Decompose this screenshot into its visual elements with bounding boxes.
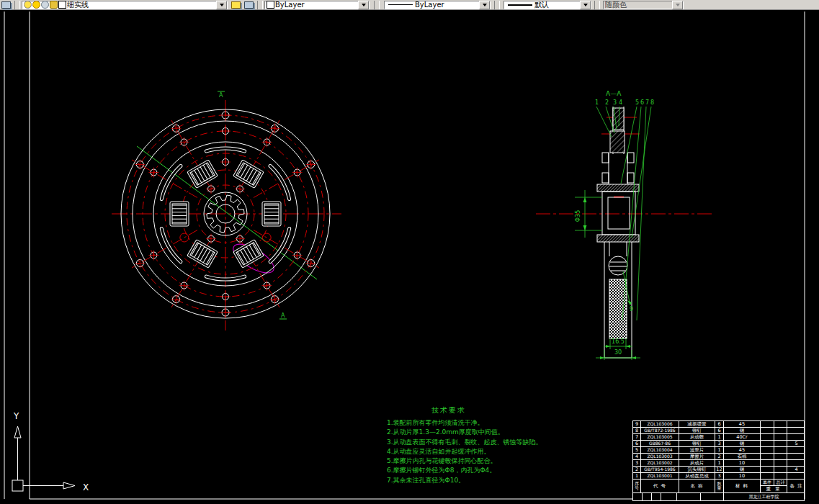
cushion-slot: [161, 228, 181, 261]
properties-toolbar: 细实线 ByLayer ByLayer 默认 随颜色: [0, 0, 819, 10]
footer-org-cell: 黑龙江工程学院: [724, 493, 804, 500]
bom-cell-name: 从动盘总成: [679, 473, 715, 479]
bom-cell-material: 10: [724, 460, 761, 466]
footer-cell: [643, 493, 652, 500]
toolbar-separator: [257, 1, 263, 9]
spline-tooth: [602, 173, 609, 183]
bom-cell-no: 3: [633, 460, 641, 466]
table-row: 9ZQL103006减振弹簧645: [633, 421, 804, 428]
note-line: 3.从动盘表面不得有毛刺、裂纹、起皮、锈蚀等缺陷。: [387, 438, 625, 447]
rivet-red: [180, 233, 189, 242]
footer-cell: [652, 493, 661, 500]
layer-on-icon[interactable]: [24, 1, 32, 9]
lineweight-control[interactable]: 默认: [504, 1, 591, 9]
ucs-y-label: Y: [13, 411, 19, 421]
bom-cell-note: [787, 428, 805, 433]
layer-lock-icon[interactable]: [50, 1, 58, 9]
bom-cell-code: ZQL103003: [641, 454, 679, 459]
table-row: 1ZQL103001从动盘总成310: [633, 473, 804, 480]
bom-header-no: 序号: [633, 480, 641, 492]
balloon-8: 8: [650, 99, 654, 106]
spring-window: [233, 240, 264, 269]
toolbar-separator: [594, 1, 600, 9]
notes-title: 技术要求: [431, 405, 625, 415]
bom-cell-material: 石棉: [724, 454, 761, 459]
balloon-4: 4: [619, 99, 622, 106]
bom-cell-ws: [761, 447, 774, 453]
shaft-hatch: [613, 108, 624, 130]
bom-cell-qty: 3: [715, 473, 724, 479]
layer-vp-freeze-icon[interactable]: [41, 1, 49, 9]
cushion-slot: [161, 166, 181, 199]
layer-previous-icon[interactable]: [243, 1, 255, 9]
bom-cell-material: 钢: [724, 467, 761, 472]
layer-freeze-icon[interactable]: [32, 1, 40, 9]
bom-cell-note: 4: [787, 467, 805, 472]
shaft-crosshatch: [609, 279, 627, 338]
note-line: 1.装配前所有零件均须清洗干净。: [387, 418, 625, 428]
linetype-sample-icon: [388, 4, 413, 5]
lineweight-dropdown-arrow[interactable]: [580, 1, 591, 9]
bom-rows: 9ZQL103006减振弹簧6458GB/T872-1986铆钉6钢7ZQL10…: [633, 421, 804, 480]
table-row: 7ZQL103005从动毂140Cr: [633, 434, 804, 441]
linetype-value: ByLayer: [415, 1, 478, 9]
flange-hatch: [597, 235, 639, 242]
flange-hatch: [597, 184, 639, 192]
bom-cell-qty: 6: [715, 421, 724, 427]
layer-control[interactable]: 细实线: [22, 1, 228, 9]
note-line: 2.从动片厚1.3—2.0mm厚度取中间值。: [387, 428, 625, 437]
bom-cell-name: 从动片: [679, 460, 715, 466]
color-control[interactable]: ByLayer: [264, 1, 370, 9]
layer-dropdown-arrow[interactable]: [216, 1, 227, 9]
cad-application-window: 细实线 ByLayer ByLayer 默认 随颜色: [0, 0, 819, 504]
drawing-canvas[interactable]: A A: [0, 12, 819, 500]
linetype-dropdown-arrow[interactable]: [479, 1, 490, 9]
bom-cell-code: ZQL103006: [641, 421, 679, 427]
bom-cell-note: [787, 473, 805, 479]
bom-cell-material: 45: [724, 421, 761, 427]
bom-cell-qty: 2: [715, 454, 724, 459]
lineweight-value: 默认: [534, 1, 578, 9]
toolbar-separator: [494, 1, 500, 9]
layer-properties-icon[interactable]: [231, 1, 242, 9]
lineweight-sample-icon: [508, 4, 532, 6]
bom-cell-no: 9: [633, 421, 641, 427]
bom-cell-qty: 3: [715, 441, 724, 446]
dim-diameter-label: Φ35: [575, 210, 581, 222]
plotstyle-dropdown-arrow: [672, 1, 683, 9]
linetype-control[interactable]: ByLayer: [384, 1, 491, 9]
layers-stack-icon[interactable]: [1, 1, 12, 9]
plotstyle-value: 随颜色: [605, 1, 671, 9]
ucs-x-label: X: [83, 482, 89, 492]
layer-name: 细实线: [67, 1, 215, 9]
footer-cell: [633, 493, 643, 500]
bom-cell-no: 6: [633, 441, 641, 446]
bom-cell-name: 减振弹簧: [679, 421, 715, 427]
spring-window-frame: [187, 240, 218, 269]
bom-cell-wt: [774, 473, 787, 479]
spring-window-frame: [233, 240, 264, 269]
table-row: 8GB/T872-1986铆钉6钢: [633, 428, 804, 434]
spline-tooth: [627, 173, 634, 183]
bom-cell-wt: [774, 467, 787, 472]
color-dropdown-arrow[interactable]: [358, 1, 369, 9]
bom-cell-wt: [774, 447, 787, 453]
bom-header-weight-label: 重 量: [761, 486, 787, 492]
bom-cell-note: [787, 460, 805, 466]
bom-header-weight-total: 总计: [774, 480, 787, 485]
shaft-hatch: [610, 131, 625, 153]
bom-cell-qty: 1: [715, 447, 724, 453]
section-mark-bottom: A: [281, 312, 285, 319]
bom-cell-code: ZQL103004: [641, 447, 679, 453]
bom-cell-material: 40Cr: [724, 434, 761, 440]
plotstyle-control: 随颜色: [603, 1, 684, 9]
bom-cell-name: 从动毂: [679, 434, 715, 440]
balloon-3: 3: [613, 99, 617, 106]
rivet-red: [262, 233, 271, 242]
spline-tooth: [627, 153, 634, 163]
damper-spring-section: [609, 256, 627, 275]
bom-header-row: 序号 代 号 名 称 数量 材 料 单件 总计 重 量 备 注: [633, 480, 804, 493]
bom-table: 9ZQL103006减振弹簧6458GB/T872-1986铆钉6钢7ZQL10…: [632, 420, 805, 501]
toolbar-separator: [14, 1, 20, 9]
bom-header-qty: 数量: [715, 480, 724, 492]
